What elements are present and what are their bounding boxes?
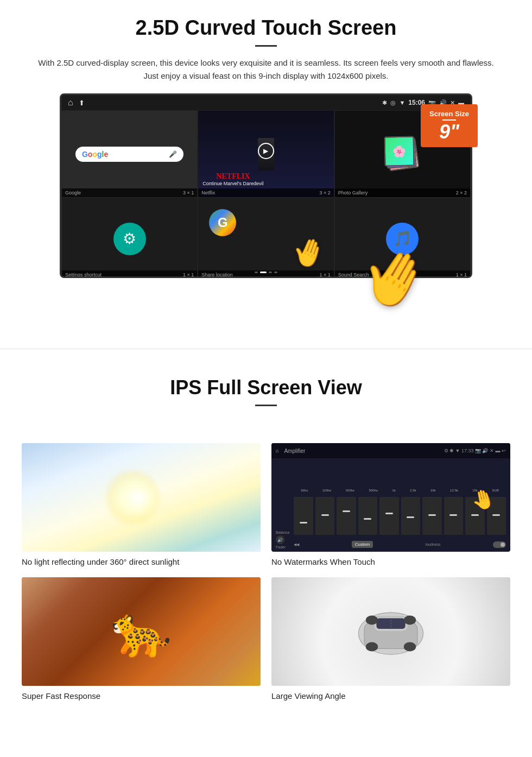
amp-eq-sliders: 60hz 100hz 200hz 500hz 1k 2.5k 10k 12.5k… (294, 489, 506, 549)
slider-1[interactable] (294, 497, 313, 535)
slider-2[interactable] (315, 497, 334, 535)
feature-car: Large Viewing Angle (271, 577, 510, 701)
slider-8[interactable] (444, 497, 463, 535)
wifi-icon: ▼ (399, 99, 405, 106)
sunlight-image (22, 443, 261, 552)
dot-3 (269, 272, 272, 273)
amp-home-icon: ⌂ (276, 448, 278, 453)
gallery-grid-size: 2 × 2 (456, 190, 467, 195)
settings-grid-size: 1 × 1 (183, 272, 194, 277)
share-location-app-cell[interactable]: G 🤚 Share location 1 × 1 (198, 198, 334, 278)
svg-point-6 (366, 616, 378, 625)
car-label: Large Viewing Angle (271, 691, 510, 701)
share-grid-size: 1 × 1 (319, 272, 330, 277)
amp-icons: ⚙ ✱ ▼ 17:33 📷 🔊 ✕ ▬ ↩ (444, 448, 506, 453)
flower-icon: 🌸 (392, 144, 406, 157)
gallery-label: Photo Gallery 2 × 2 (335, 188, 470, 197)
netflix-play-button[interactable]: ▶ (258, 143, 274, 159)
dot-2-active (260, 272, 267, 273)
usb-icon: ⬆ (79, 99, 85, 107)
netflix-grid-size: 3 × 2 (319, 190, 330, 195)
car-svg (353, 604, 429, 659)
ips-title-underline (255, 405, 277, 406)
netflix-app-name: Netflix (201, 190, 215, 195)
amp-title: Amplifier (284, 448, 305, 454)
maps-g-icon: G (209, 209, 236, 236)
gallery-stack: 🌸 (383, 135, 421, 173)
bluetooth-icon: ✱ (382, 99, 387, 106)
pagination-dots (252, 269, 280, 275)
google-label: Google 3 × 1 (62, 188, 197, 197)
settings-app-cell[interactable]: ⚙ Settings shortcut 1 × 1 (61, 198, 198, 278)
google-app-cell[interactable]: Google 🎤 Google 3 × 1 (61, 110, 198, 198)
slider-3[interactable] (337, 497, 356, 535)
google-grid-size: 3 × 1 (183, 190, 194, 195)
status-left: ⌂ ⬆ (68, 98, 85, 108)
feature-cheetah: 🐆 Super Fast Response (22, 577, 261, 701)
ips-section: IPS Full Screen View (0, 365, 532, 432)
hand-pointer-icon: 🤚 (288, 232, 330, 273)
amplifier-label: No Watermarks When Touch (271, 557, 510, 566)
slider-4[interactable] (358, 497, 377, 535)
cheetah-label: Super Fast Response (22, 691, 261, 701)
sliders-row: 🤚 (294, 494, 506, 538)
netflix-content: ▶ NETFLIX Continue Marvel's Daredevil (198, 111, 333, 197)
sound-search-grid-size: 1 × 1 (456, 272, 467, 277)
screen-size-label: Screen Size (429, 110, 469, 118)
google-app-name: Google (65, 190, 81, 195)
home-icon[interactable]: ⌂ (68, 98, 73, 108)
curved-touch-section: 2.5D Curved Touch Screen With 2.5D curve… (0, 0, 532, 289)
share-app-name: Share location (201, 272, 233, 277)
curved-description: With 2.5D curved-display screen, this de… (33, 56, 499, 83)
curved-title: 2.5D Curved Touch Screen (33, 16, 499, 40)
amp-eq-section: Balance 🔊 Fader 60hz 100hz 200hz 500hz 1… (271, 458, 510, 552)
screen-size-badge: Screen Size 9" (421, 104, 478, 147)
cheetah-emoji: 🐆 (111, 603, 172, 660)
spacer (0, 289, 532, 332)
amplifier-image: ⌂ Amplifier ⚙ ✱ ▼ 17:33 📷 🔊 ✕ ▬ ↩ Balanc… (271, 443, 510, 552)
svg-point-5 (404, 642, 416, 652)
status-bar: ⌂ ⬆ ✱ ◎ ▼ 15:06 📷 🔊 ✕ ▬ (61, 95, 471, 110)
netflix-logo: NETFLIX (202, 172, 263, 181)
location-icon: ◎ (390, 99, 396, 106)
screen-size-value: 9" (439, 121, 459, 143)
cheetah-image: 🐆 (22, 577, 261, 686)
custom-button[interactable]: Custom (352, 541, 373, 548)
loudness-toggle[interactable] (493, 541, 506, 548)
slider-5[interactable] (379, 497, 398, 535)
netflix-info: NETFLIX Continue Marvel's Daredevil (202, 172, 263, 186)
section-divider (0, 349, 532, 349)
feature-amplifier: ⌂ Amplifier ⚙ ✱ ▼ 17:33 📷 🔊 ✕ ▬ ↩ Balanc… (271, 443, 510, 566)
amp-top-bar: ⌂ Amplifier ⚙ ✱ ▼ 17:33 📷 🔊 ✕ ▬ ↩ (271, 443, 510, 458)
netflix-label: Netflix 3 × 2 (198, 188, 333, 197)
slider-7[interactable] (422, 497, 441, 535)
svg-point-7 (404, 616, 416, 625)
feature-grid: No light reflecting under 360° direct su… (0, 432, 532, 717)
device-wrapper: Screen Size 9" ⌂ ⬆ ✱ ◎ ▼ 15:06 📷 🔊 ✕ (60, 93, 472, 278)
dot-1 (255, 272, 258, 273)
slider-6[interactable] (401, 497, 420, 535)
ips-title: IPS Full Screen View (33, 376, 499, 399)
settings-app-name: Settings shortcut (65, 272, 102, 277)
sunlight-label: No light reflecting under 360° direct su… (22, 557, 261, 566)
dot-4 (274, 272, 277, 273)
netflix-subtitle: Continue Marvel's Daredevil (202, 181, 263, 186)
gallery-app-name: Photo Gallery (338, 190, 368, 195)
svg-point-4 (366, 642, 378, 652)
car-image (271, 577, 510, 686)
settings-label: Settings shortcut 1 × 1 (62, 270, 197, 278)
netflix-app-cell[interactable]: ▶ NETFLIX Continue Marvel's Daredevil Ne… (198, 110, 334, 198)
title-underline (255, 45, 277, 47)
settings-icon: ⚙ (113, 223, 146, 255)
mic-icon: 🎤 (169, 150, 177, 158)
google-search-bar[interactable]: Google 🎤 (75, 147, 183, 162)
amp-left-labels: Balance 🔊 Fader (276, 531, 289, 549)
gallery-photo-3: 🌸 (384, 136, 415, 166)
feature-sunlight: No light reflecting under 360° direct su… (22, 443, 261, 566)
amp-bottom-row: ◀◀ Custom loudness (294, 540, 506, 549)
google-logo: Google (82, 150, 108, 159)
